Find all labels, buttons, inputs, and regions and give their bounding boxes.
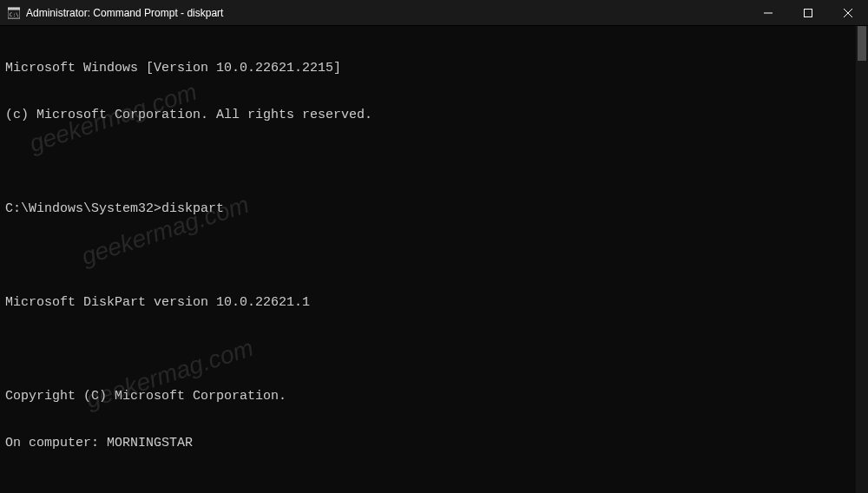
terminal-line [5,342,863,358]
terminal-output[interactable]: Microsoft Windows [Version 10.0.22621.22… [0,26,868,493]
svg-rect-4 [805,9,812,16]
terminal-line [5,154,863,170]
titlebar: C:\ Administrator: Command Prompt - disk… [0,0,868,26]
terminal-line: On computer: MORNINGSTAR [5,436,863,451]
terminal-line: Copyright (C) Microsoft Corporation. [5,389,863,404]
cmd-icon: C:\ [7,6,21,20]
terminal-line: (c) Microsoft Corporation. All rights re… [5,108,863,123]
scrollbar-thumb[interactable] [858,26,866,61]
terminal-line: C:\Windows\System32>diskpart [5,201,863,217]
maximize-button[interactable] [788,0,828,25]
close-button[interactable] [828,0,868,25]
scrollbar[interactable] [856,26,868,493]
terminal-line [5,248,863,264]
window-controls [748,0,868,25]
minimize-button[interactable] [748,0,788,25]
terminal-line: Microsoft DiskPart version 10.0.22621.1 [5,295,863,311]
terminal-line [5,483,863,493]
window-title: Administrator: Command Prompt - diskpart [26,7,748,19]
terminal-line: Microsoft Windows [Version 10.0.22621.22… [5,61,863,76]
svg-rect-1 [8,7,20,10]
svg-text:C:\: C:\ [10,10,19,16]
